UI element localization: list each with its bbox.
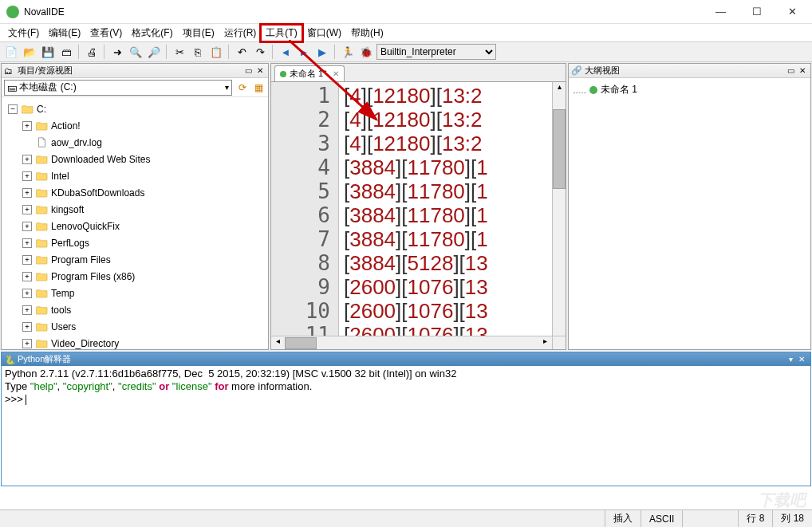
expander-icon[interactable]: + (22, 322, 32, 332)
menu-格式化[interactable]: 格式化(F) (127, 25, 177, 41)
expander-icon[interactable]: − (8, 104, 18, 114)
tree-folder[interactable]: +KDubaSoftDownloads (3, 184, 266, 201)
separator (228, 45, 230, 59)
menu-文件[interactable]: 文件(F) (3, 25, 44, 41)
paste-icon[interactable]: 📋 (208, 44, 224, 60)
expander-icon[interactable]: + (22, 255, 32, 265)
add-icon[interactable]: ▦ (251, 81, 266, 95)
editor-tabbar: 未命名 1* ✕ (271, 64, 566, 81)
console-close-icon[interactable]: ✕ (796, 355, 807, 364)
tree-folder[interactable]: +Intel (3, 167, 266, 184)
drive-label: 本地磁盘 (C:) (19, 81, 76, 94)
save-all-icon[interactable]: 🗃 (58, 44, 74, 60)
goto-icon[interactable]: ➜ (109, 44, 125, 60)
folder-icon (35, 321, 48, 332)
folder-icon (35, 305, 48, 316)
print-icon[interactable]: 🖨 (84, 44, 100, 60)
status-encoding: ASCII (641, 510, 682, 527)
outline-panel-title: 大纲视图 (585, 65, 784, 77)
folder-icon (35, 187, 48, 199)
tree-label: Intel (51, 171, 69, 182)
sync-icon[interactable]: ⟳ (235, 81, 250, 95)
expander-icon[interactable]: + (22, 155, 32, 164)
tab-close-icon[interactable]: ✕ (333, 69, 339, 78)
tree-label: Users (51, 321, 76, 332)
zoom-icon[interactable]: 🔎 (146, 44, 162, 60)
menu-窗口[interactable]: 窗口(W) (302, 25, 346, 41)
expander-icon[interactable]: + (22, 289, 32, 298)
expander-icon[interactable]: + (22, 171, 32, 181)
cut-icon[interactable]: ✂ (171, 44, 187, 60)
tree-folder[interactable]: +kingsoft (3, 201, 266, 218)
folder-icon (35, 171, 48, 182)
back-icon[interactable]: ◄ (278, 44, 294, 60)
tree-folder[interactable]: +Downloaded Web Sites (3, 151, 266, 167)
folder-icon (35, 288, 48, 299)
tree-label: Video_Directory (51, 338, 119, 349)
editor-panel: 未命名 1* ✕ 1234567891011 [4][12180][13:2 [… (270, 63, 566, 350)
tree-label: KDubaSoftDownloads (51, 187, 144, 199)
expander-icon[interactable]: + (22, 222, 32, 231)
panel-minimize-icon[interactable]: ▭ (785, 65, 796, 77)
tree-folder[interactable]: +Program Files (x86) (3, 268, 266, 285)
open-icon[interactable]: 📂 (22, 44, 37, 60)
debug-run-icon[interactable]: 🏃 (340, 44, 356, 60)
menu-运行[interactable]: 运行(R) (219, 25, 262, 41)
minimize-button[interactable]: — (703, 1, 739, 23)
tree-folder[interactable]: +Users (3, 318, 266, 335)
menu-查看[interactable]: 查看(V) (85, 25, 127, 41)
horizontal-scrollbar[interactable]: ◂▸ (271, 336, 566, 349)
interpreter-select[interactable]: Builtin_Interpreter (376, 44, 496, 60)
run-icon[interactable]: ▶ (314, 44, 330, 60)
expander-icon[interactable]: + (22, 339, 32, 348)
copy-icon[interactable]: ⎘ (190, 44, 206, 60)
menu-编辑[interactable]: 编辑(E) (44, 25, 85, 41)
tree-folder[interactable]: −C: (3, 100, 266, 117)
separator (78, 45, 80, 59)
cursor (26, 395, 26, 405)
editor-body[interactable]: 1234567891011 [4][12180][13:2 [4][12180]… (271, 81, 566, 336)
expander-icon[interactable]: + (22, 305, 32, 315)
console-output[interactable]: Python 2.7.11 (v2.7.11:6d1b6a68f775, Dec… (2, 366, 810, 486)
undo-icon[interactable]: ↶ (234, 44, 250, 60)
panel-close-icon[interactable]: ✕ (797, 65, 808, 77)
outline-panel-titlebar: 🔗 大纲视图 ▭ ✕ (569, 64, 810, 78)
expander-icon[interactable] (22, 138, 32, 147)
tree-label: Program Files (51, 254, 111, 265)
expander-icon[interactable]: + (22, 272, 32, 281)
project-tree[interactable]: −C:+Action!aow_drv.log+Downloaded Web Si… (2, 97, 268, 349)
new-file-icon[interactable]: 📄 (3, 44, 19, 60)
tree-folder[interactable]: +tools (3, 301, 266, 318)
outline-item[interactable]: 未命名 1 (574, 83, 806, 96)
expander-icon[interactable]: + (22, 188, 32, 198)
search-icon[interactable]: 🔍 (128, 44, 144, 60)
code-area[interactable]: [4][12180][13:2 [4][12180][13:2 [4][1218… (339, 82, 552, 336)
tree-folder[interactable]: +Action! (3, 117, 266, 134)
drive-row: 🖴 本地磁盘 (C:) ▾ ⟳ ▦ (2, 78, 268, 97)
expander-icon[interactable]: + (22, 205, 32, 214)
tree-folder[interactable]: +Program Files (3, 251, 266, 268)
window-title: NovalIDE (24, 6, 703, 18)
menu-帮助[interactable]: 帮助(H) (346, 25, 388, 41)
menu-工具[interactable]: 工具(T) (261, 25, 302, 41)
bug-icon[interactable]: 🐞 (358, 44, 374, 60)
tree-file[interactable]: aow_drv.log (3, 134, 266, 151)
tree-folder[interactable]: +Temp (3, 285, 266, 301)
tree-folder[interactable]: +PerfLogs (3, 234, 266, 251)
maximize-button[interactable]: ☐ (739, 1, 775, 23)
panel-close-icon[interactable]: ✕ (254, 65, 266, 77)
forward-icon[interactable]: ► (296, 44, 312, 60)
drive-select[interactable]: 🖴 本地磁盘 (C:) ▾ (4, 80, 232, 96)
redo-icon[interactable]: ↷ (252, 44, 268, 60)
expander-icon[interactable]: + (22, 121, 32, 131)
vertical-scrollbar[interactable]: ▴ (552, 82, 566, 336)
panel-minimize-icon[interactable]: ▭ (242, 65, 254, 77)
tree-folder[interactable]: +Video_Directory (3, 335, 266, 349)
expander-icon[interactable]: + (22, 238, 32, 248)
menu-项目[interactable]: 项目(E) (178, 25, 219, 41)
editor-tab[interactable]: 未命名 1* ✕ (274, 65, 345, 81)
tree-folder[interactable]: +LenovoQuickFix (3, 218, 266, 234)
close-button[interactable]: ✕ (775, 1, 810, 23)
console-menu-icon[interactable]: ▾ (785, 355, 796, 364)
save-icon[interactable]: 💾 (40, 44, 56, 60)
